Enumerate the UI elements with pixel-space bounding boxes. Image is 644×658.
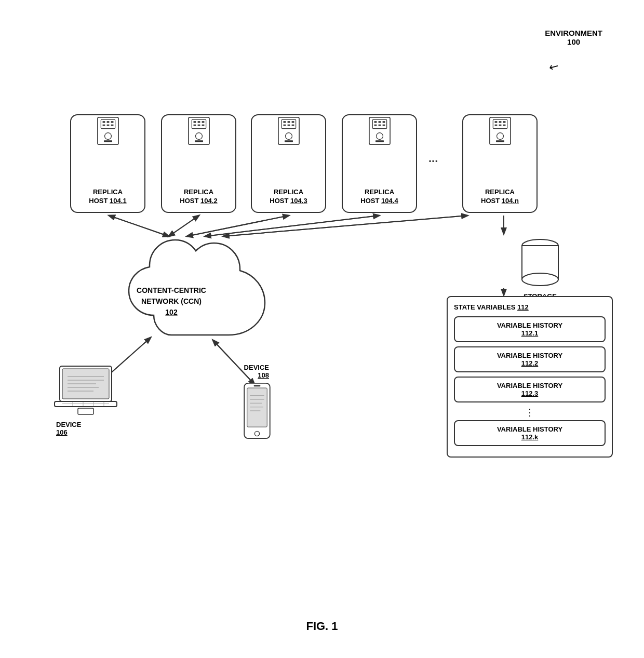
svg-rect-61: [503, 121, 505, 123]
svg-rect-93: [254, 385, 261, 387]
svg-line-8: [223, 216, 467, 236]
replica-host-4: REPLICAHOST 104.4: [342, 114, 417, 213]
svg-rect-20: [106, 121, 109, 123]
svg-rect-43: [287, 125, 290, 126]
server-icon-n: [482, 115, 518, 146]
svg-rect-49: [374, 121, 377, 123]
device-106: DEVICE 106: [52, 364, 119, 436]
ccn-label: CONTENT-CENTRIC NETWORK (CCN) 102: [122, 285, 221, 318]
svg-line-6: [205, 216, 379, 236]
svg-line-1: [109, 216, 169, 236]
svg-rect-65: [495, 140, 504, 142]
svg-rect-35: [194, 140, 203, 142]
svg-rect-59: [494, 121, 497, 123]
svg-point-68: [522, 273, 558, 286]
variable-history-dots: ⋮: [454, 407, 606, 418]
svg-rect-57: [493, 119, 507, 129]
svg-rect-27: [192, 119, 206, 129]
variable-history-1: VARIABLE HISTORY112.1: [454, 316, 606, 342]
svg-rect-25: [103, 140, 112, 142]
svg-line-2: [169, 216, 199, 236]
variable-history-3: VARIABLE HISTORY112.3: [454, 377, 606, 402]
svg-rect-19: [102, 121, 105, 123]
server-icon-3: [271, 115, 307, 146]
svg-point-28: [195, 133, 202, 140]
server-icon-1: [90, 115, 126, 146]
replica-2-label: REPLICAHOST 104.2: [180, 188, 217, 206]
svg-rect-45: [284, 140, 292, 142]
svg-rect-30: [197, 121, 200, 123]
replica-4-label: REPLICAHOST 104.4: [360, 188, 398, 206]
phone-icon: [239, 382, 275, 439]
svg-rect-23: [106, 125, 109, 126]
svg-rect-31: [202, 121, 204, 123]
ccn-cloud: CONTENT-CENTRIC NETWORK (CCN) 102: [73, 234, 270, 369]
svg-rect-53: [378, 125, 381, 126]
replica-3-label: REPLICAHOST 104.3: [270, 188, 307, 206]
environment-arrow-icon: ↙: [546, 58, 561, 75]
replica-host-1: REPLICAHOST 104.1: [70, 114, 145, 213]
replica-n-label: REPLICAHOST 104.n: [481, 188, 519, 206]
svg-rect-64: [503, 125, 505, 126]
replica-host-3: REPLICAHOST 104.3: [251, 114, 326, 213]
variable-history-k: VARIABLE HISTORY112.k: [454, 420, 606, 446]
device-108-label-top: DEVICE 108: [239, 364, 269, 379]
server-icon-2: [181, 115, 217, 146]
svg-rect-34: [202, 125, 204, 126]
svg-rect-84: [78, 408, 93, 414]
svg-rect-78: [55, 401, 117, 407]
variable-history-2: VARIABLE HISTORY112.2: [454, 346, 606, 372]
svg-rect-33: [197, 125, 200, 126]
svg-rect-50: [378, 121, 381, 123]
svg-rect-42: [283, 125, 286, 126]
svg-rect-60: [499, 121, 501, 123]
device-108: DEVICE 108: [239, 364, 275, 441]
svg-rect-62: [494, 125, 497, 126]
replica-host-2: REPLICAHOST 104.2: [161, 114, 236, 213]
diagram: ENVIRONMENT 100 ↙ REPLICAHOST 104.1: [0, 0, 644, 658]
svg-point-48: [376, 133, 383, 140]
svg-rect-55: [375, 140, 383, 142]
svg-rect-51: [382, 121, 385, 123]
state-variables-title: STATE VARIABLES 112: [454, 303, 606, 311]
svg-rect-39: [283, 121, 286, 123]
device-106-label: DEVICE 106: [56, 421, 119, 436]
replica-1-label: REPLICAHOST 104.1: [89, 188, 126, 206]
laptop-icon: [52, 364, 119, 415]
svg-line-7: [205, 216, 379, 236]
svg-rect-22: [102, 125, 105, 126]
svg-rect-24: [111, 125, 113, 126]
svg-rect-37: [281, 119, 296, 129]
server-icon-4: [361, 115, 398, 146]
svg-line-9: [223, 216, 467, 236]
svg-line-5: [187, 216, 289, 236]
svg-rect-44: [291, 125, 294, 126]
svg-line-3: [169, 216, 199, 236]
dots-ellipsis: ···: [428, 155, 438, 168]
svg-line-0: [109, 216, 169, 236]
svg-rect-21: [111, 121, 113, 123]
figure-label: FIG. 1: [306, 620, 338, 633]
svg-rect-29: [193, 121, 196, 123]
svg-rect-54: [382, 125, 385, 126]
replica-host-n: REPLICAHOST 104.n: [462, 114, 538, 213]
svg-point-58: [497, 133, 503, 140]
svg-rect-52: [374, 125, 377, 126]
svg-rect-32: [193, 125, 196, 126]
storage-cylinder-icon: [517, 236, 564, 288]
svg-rect-41: [291, 121, 294, 123]
svg-rect-17: [101, 119, 115, 129]
svg-point-38: [285, 133, 292, 140]
svg-rect-86: [247, 388, 267, 427]
svg-rect-63: [499, 125, 501, 126]
svg-rect-47: [372, 119, 386, 129]
svg-rect-40: [287, 121, 290, 123]
svg-point-18: [104, 133, 111, 140]
svg-line-4: [187, 216, 289, 236]
state-variables-box: STATE VARIABLES 112 VARIABLE HISTORY112.…: [447, 296, 613, 458]
environment-label: ENVIRONMENT 100: [545, 29, 602, 46]
